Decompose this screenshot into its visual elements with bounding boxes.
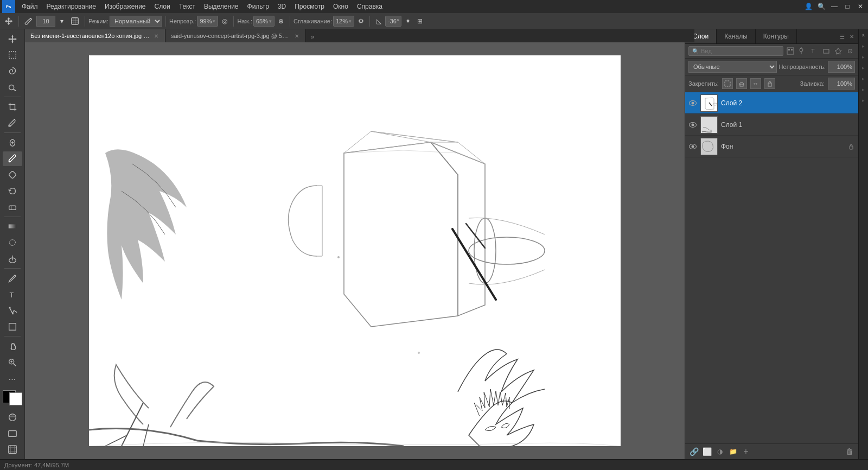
- menu-image[interactable]: Изображение: [100, 2, 150, 11]
- brush-dropdown-arrow[interactable]: ▾: [56, 16, 67, 27]
- filter-smart-icon[interactable]: [833, 46, 843, 56]
- brush-icon[interactable]: [22, 15, 35, 28]
- panel-strip-icon-6[interactable]: ▸: [860, 97, 867, 104]
- path-select-btn[interactable]: [3, 303, 22, 318]
- layer-visibility-1[interactable]: [688, 120, 697, 129]
- layer-item-1[interactable]: Слой 1: [685, 114, 858, 136]
- user-icon[interactable]: 👤: [803, 1, 814, 12]
- screen-mode-btn[interactable]: [3, 426, 22, 441]
- brush-settings-icon[interactable]: [68, 15, 81, 28]
- tab-1-close[interactable]: ✕: [153, 33, 159, 39]
- minimize-icon[interactable]: —: [829, 1, 840, 12]
- smoothing-settings-icon[interactable]: ⚙: [355, 16, 366, 27]
- type-btn[interactable]: T: [3, 287, 22, 302]
- blur-btn[interactable]: [3, 235, 22, 250]
- layer-visibility-0[interactable]: [688, 99, 697, 107]
- add-mask-btn[interactable]: ⬜: [701, 446, 712, 457]
- layer-item-0[interactable]: Слой 2: [685, 92, 858, 114]
- menu-window[interactable]: Окно: [329, 2, 353, 11]
- crop-tool-btn[interactable]: [3, 99, 22, 115]
- layer-search-input[interactable]: [701, 48, 780, 54]
- zoom-btn[interactable]: [3, 355, 22, 370]
- menu-filter[interactable]: Фильтр: [243, 2, 273, 11]
- flow-icon[interactable]: ⊕: [276, 16, 286, 27]
- layer-item-2[interactable]: Фон: [685, 136, 858, 157]
- airbrush-icon[interactable]: ◎: [219, 16, 230, 27]
- close-icon[interactable]: ✕: [855, 1, 866, 12]
- collapse-panel-btn[interactable]: «: [860, 31, 867, 39]
- eyedropper-btn[interactable]: [3, 116, 22, 131]
- filter-adjust-icon[interactable]: [797, 46, 807, 56]
- menu-select[interactable]: Выделение: [200, 2, 243, 11]
- maximize-icon[interactable]: □: [842, 1, 853, 12]
- canvas-document[interactable]: [89, 55, 621, 446]
- menu-3d[interactable]: 3D: [273, 2, 290, 11]
- link-layers-btn[interactable]: 🔗: [688, 446, 699, 457]
- menu-help[interactable]: Справка: [353, 2, 387, 11]
- gradient-btn[interactable]: [3, 219, 22, 234]
- history-btn[interactable]: [3, 183, 22, 199]
- filter-shape-icon[interactable]: [821, 46, 831, 56]
- menu-edit[interactable]: Редактирование: [42, 2, 100, 11]
- menu-text[interactable]: Текст: [175, 2, 200, 11]
- lock-artboard-icon[interactable]: ↔: [750, 78, 761, 89]
- frame-tool-btn[interactable]: [3, 442, 22, 457]
- panel-strip-icon-2[interactable]: ▸: [860, 53, 867, 61]
- symmetry-icon[interactable]: ✦: [403, 16, 413, 27]
- more-tools-btn[interactable]: ···: [3, 372, 22, 387]
- lock-transparent-icon[interactable]: [722, 78, 733, 89]
- pen-btn[interactable]: [3, 271, 22, 286]
- tab-channels[interactable]: Каналы: [717, 29, 756, 43]
- angle-icon[interactable]: ◺: [373, 16, 384, 27]
- brush-size-input[interactable]: [36, 16, 55, 27]
- panel-close-icon[interactable]: ✕: [847, 32, 856, 41]
- menu-view[interactable]: Просмотр: [290, 2, 329, 11]
- new-group-btn[interactable]: 📁: [727, 446, 738, 457]
- panel-menu-icon[interactable]: ☰: [838, 32, 846, 41]
- opacity-dropdown-icon[interactable]: ▾: [213, 18, 215, 24]
- background-color[interactable]: [9, 392, 22, 405]
- canvas-area[interactable]: [25, 42, 685, 459]
- quick-select-btn[interactable]: [3, 80, 22, 95]
- brush-tool-btn[interactable]: [3, 151, 22, 167]
- shape-btn[interactable]: [3, 319, 22, 334]
- menu-file[interactable]: Файл: [17, 2, 42, 11]
- lock-all-icon[interactable]: [764, 78, 775, 89]
- opacity-input[interactable]: [828, 61, 855, 73]
- marquee-tool-btn[interactable]: [3, 48, 22, 63]
- move-tool[interactable]: [2, 15, 15, 28]
- mode-dropdown[interactable]: Нормальный: [110, 16, 162, 27]
- panel-strip-icon-3[interactable]: ▸: [860, 64, 867, 72]
- filter-pixel-icon[interactable]: [786, 46, 795, 56]
- panel-strip-icon-4[interactable]: ▸: [860, 75, 867, 82]
- filter-text-icon[interactable]: T: [809, 46, 819, 56]
- tab-2-close[interactable]: ✕: [293, 33, 300, 39]
- clone-stamp-btn[interactable]: [3, 167, 22, 182]
- lock-image-icon[interactable]: [736, 78, 747, 89]
- new-layer-btn[interactable]: +: [741, 446, 751, 457]
- move-tool-btn[interactable]: [3, 31, 22, 47]
- eraser-btn[interactable]: [3, 199, 22, 214]
- panel-strip-icon-5[interactable]: ▸: [860, 86, 867, 93]
- delete-layer-btn[interactable]: 🗑: [844, 446, 855, 457]
- layer-search-box[interactable]: 🔍: [688, 46, 783, 56]
- tab-file-2[interactable]: said-yunusov-concept-artist-rpg-3.jpg @ …: [165, 29, 306, 42]
- layer-visibility-2[interactable]: [688, 142, 697, 151]
- pressure-icon[interactable]: ⊞: [414, 16, 425, 27]
- quick-mask-btn[interactable]: [3, 410, 22, 425]
- tabs-arrow[interactable]: »: [307, 31, 318, 42]
- menu-layers[interactable]: Слои: [150, 2, 175, 11]
- dodge-btn[interactable]: [3, 251, 22, 266]
- blend-mode-select[interactable]: Обычные: [688, 61, 777, 73]
- filter-toggle[interactable]: ⊙: [845, 46, 855, 56]
- tab-paths[interactable]: Контуры: [756, 29, 797, 43]
- lasso-tool-btn[interactable]: [3, 63, 22, 79]
- tab-file-1[interactable]: Без имени-1-восстановлен12о копия.jpg @ …: [25, 29, 165, 42]
- fill-input[interactable]: [828, 78, 855, 90]
- color-swatches[interactable]: [3, 390, 22, 405]
- healing-btn[interactable]: [3, 135, 22, 150]
- search-menu-icon[interactable]: 🔍: [816, 1, 827, 12]
- new-adjustment-btn[interactable]: ◑: [714, 446, 725, 457]
- hand-btn[interactable]: [3, 339, 22, 354]
- panel-strip-icon-1[interactable]: ▸: [860, 42, 867, 50]
